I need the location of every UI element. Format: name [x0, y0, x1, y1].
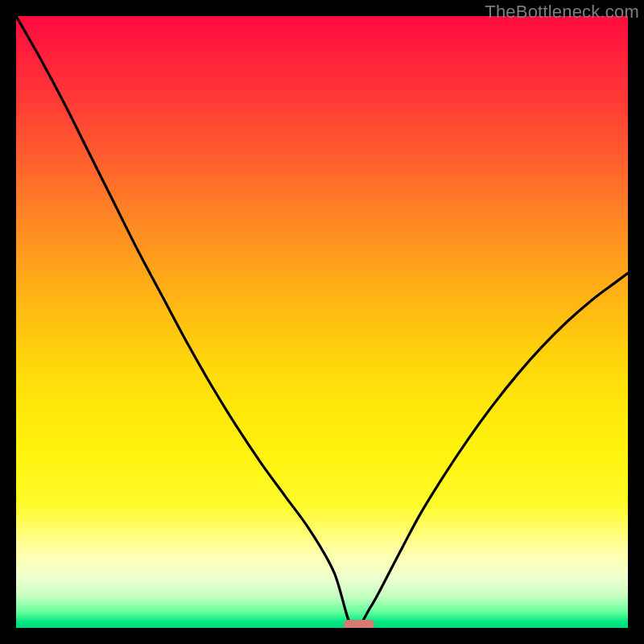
bottleneck-curve: [16, 16, 628, 628]
bottleneck-curve-path: [16, 16, 628, 628]
optimal-range-marker: [344, 620, 374, 628]
watermark-text: TheBottleneck.com: [485, 2, 639, 23]
chart-frame: TheBottleneck.com: [0, 0, 644, 644]
plot-area: [16, 16, 628, 628]
